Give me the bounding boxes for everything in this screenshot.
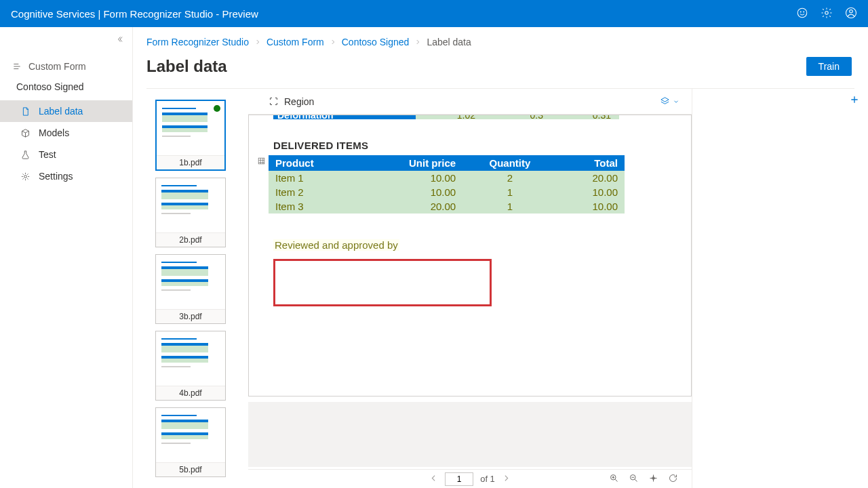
flask-icon (20, 150, 31, 160)
cell: Item 1 (269, 171, 358, 185)
table-cell: 0.3 (484, 115, 551, 119)
fields-panel (692, 89, 868, 488)
thumbnail-item[interactable]: 5b.pdf (155, 407, 226, 477)
cell: Item 2 (269, 185, 358, 199)
thumbnail-preview (156, 408, 225, 462)
fit-icon[interactable] (648, 473, 658, 485)
rotate-icon[interactable] (668, 473, 678, 485)
breadcrumb-item[interactable]: Custom Form (267, 37, 324, 47)
svg-rect-7 (258, 158, 264, 164)
collapse-sidebar-icon[interactable] (117, 35, 125, 45)
page-input[interactable] (445, 472, 473, 486)
chevron-right-icon (414, 37, 421, 47)
add-field-button[interactable] (849, 94, 860, 107)
col-total: Total (557, 155, 625, 171)
table-cell: 0.31 (551, 115, 619, 119)
doc-page[interactable]: Deformation 1.02 0.3 0.31 DELIVERED ITEM… (248, 115, 692, 396)
layers-dropdown[interactable] (660, 96, 679, 106)
train-button[interactable]: Train (806, 57, 852, 76)
nav-item-models[interactable]: Models (0, 122, 132, 144)
thumbnail-item[interactable]: 3b.pdf (155, 254, 226, 324)
cell: 20.00 (358, 199, 462, 214)
chevron-down-icon (673, 98, 679, 105)
table-grid-icon[interactable] (257, 155, 266, 167)
thumbnail-list: 1b.pdf 2b.pdf 3b.pdf 4b.pdf (133, 89, 248, 488)
cell: 10.00 (358, 171, 462, 185)
page-total: of 1 (480, 474, 495, 484)
svg-point-3 (825, 11, 829, 14)
table-cell: Deformation (273, 115, 416, 119)
reviewed-label: Reviewed and approved by (273, 239, 399, 251)
cell: 10.00 (358, 185, 462, 199)
cell: 2 (462, 171, 557, 185)
section-title: DELIVERED ITEMS (273, 140, 679, 151)
thumbnail-preview (156, 178, 225, 232)
thumbnail-item[interactable]: 4b.pdf (155, 331, 226, 401)
title-row: Label data Train (146, 50, 854, 89)
thumbnail-item[interactable]: 2b.pdf (155, 178, 226, 247)
module-header: Custom Form (0, 56, 132, 77)
thumbnail-preview (156, 255, 225, 309)
col-quantity: Quantity (462, 155, 557, 171)
nav-item-test[interactable]: Test (0, 144, 132, 165)
topbar: Cognitive Services | Form Recognizer Stu… (0, 0, 868, 27)
nav-item-label-data[interactable]: Label data (0, 100, 132, 122)
zoom-out-icon[interactable] (629, 473, 639, 485)
page-nav: of 1 (248, 469, 692, 488)
thumbnail-preview (157, 101, 224, 155)
canvas-background (248, 402, 692, 467)
cell: 1 (462, 185, 557, 199)
feedback-icon[interactable] (796, 7, 808, 21)
nav-item-settings[interactable]: Settings (0, 165, 132, 187)
chevron-right-icon (254, 37, 261, 47)
svg-point-1 (800, 12, 801, 12)
chevron-right-icon (330, 37, 336, 47)
module-label: Custom Form (28, 61, 86, 72)
region-icon (269, 96, 279, 106)
layers-icon (660, 96, 670, 106)
doc-viewport[interactable]: Deformation 1.02 0.3 0.31 DELIVERED ITEM… (248, 115, 692, 469)
thumbnail-item[interactable]: 1b.pdf (155, 100, 226, 171)
cell: 1 (462, 199, 557, 214)
signature-region-highlight[interactable] (273, 259, 492, 306)
col-product: Product (269, 155, 358, 171)
cell: 10.00 (557, 199, 625, 214)
document-icon (20, 106, 31, 117)
thumbnail-name: 2b.pdf (156, 232, 225, 247)
cell: 20.00 (557, 171, 625, 185)
cell: Item 3 (269, 199, 358, 214)
gear-icon (20, 171, 31, 182)
account-icon[interactable] (845, 7, 857, 21)
breadcrumb: Form Recognizer Studio Custom Form Conto… (146, 27, 854, 50)
zoom-in-icon[interactable] (609, 473, 619, 485)
svg-point-5 (850, 9, 853, 13)
sidebar: Custom Form Contoso Signed Label data Mo… (0, 27, 133, 488)
thumbnail-name: 1b.pdf (157, 155, 224, 169)
doc-toolbar: Region (248, 89, 692, 115)
region-tool[interactable]: Region (269, 96, 314, 107)
nav-label: Settings (39, 171, 73, 182)
topbar-actions (796, 7, 857, 21)
prev-page-icon[interactable] (429, 474, 438, 485)
col-unit-price: Unit price (358, 155, 462, 171)
table-row: Item 2 10.00 1 10.00 (269, 185, 625, 199)
cube-icon (20, 128, 31, 138)
svg-point-0 (797, 8, 807, 18)
delivered-items-table: Product Unit price Quantity Total Item 1 (269, 155, 625, 214)
settings-icon[interactable] (821, 7, 833, 21)
app-title: Cognitive Services | Form Recognizer Stu… (11, 8, 258, 20)
table-row: Item 3 20.00 1 10.00 (269, 199, 625, 214)
nav-label: Models (39, 127, 69, 138)
thumbnail-name: 4b.pdf (156, 386, 225, 400)
breadcrumb-item[interactable]: Form Recognizer Studio (146, 37, 249, 47)
region-label: Region (284, 96, 314, 107)
table-cell: 1.02 (416, 115, 484, 119)
breadcrumb-item[interactable]: Contoso Signed (342, 37, 410, 47)
cell: 10.00 (557, 185, 625, 199)
next-page-icon[interactable] (502, 474, 511, 485)
status-labeled-icon (214, 105, 220, 112)
thumbnail-name: 5b.pdf (156, 462, 225, 476)
thumbnail-name: 3b.pdf (156, 309, 225, 323)
nav-label: Label data (39, 106, 83, 117)
page-title: Label data (146, 57, 227, 76)
